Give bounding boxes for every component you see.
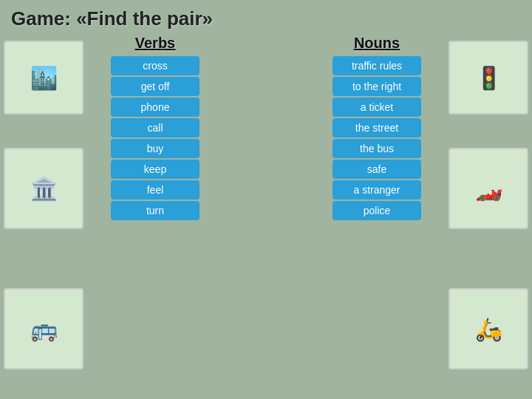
verb-keep[interactable]: keep [111, 160, 200, 179]
svg-line-2 [214, 101, 318, 234]
noun-the-bus[interactable]: the bus [332, 139, 421, 158]
main-container: Game: «Find the pair» Verbs cross get of… [0, 0, 532, 399]
page-title: Game: «Find the pair» [11, 7, 521, 30]
verb-phone[interactable]: phone [111, 98, 200, 117]
nouns-column: Nouns traffic rules to the right a ticke… [318, 35, 436, 220]
verb-get-off[interactable]: get off [111, 77, 200, 96]
verbs-header: Verbs [135, 35, 175, 52]
noun-to-the-right[interactable]: to the right [332, 77, 421, 96]
verbs-column: Verbs cross get off phone call buy keep … [96, 35, 214, 220]
noun-the-street[interactable]: the street [332, 118, 421, 137]
nouns-header: Nouns [354, 35, 400, 52]
noun-a-stranger[interactable]: a stranger [332, 180, 421, 200]
noun-traffic-rules[interactable]: traffic rules [332, 56, 421, 75]
noun-police[interactable]: police [332, 201, 421, 220]
verb-feel[interactable]: feel [111, 180, 200, 200]
columns-wrapper: Verbs cross get off phone call buy keep … [11, 35, 521, 220]
verb-turn[interactable]: turn [111, 201, 200, 220]
verb-call[interactable]: call [111, 118, 200, 137]
verb-cross[interactable]: cross [111, 56, 200, 75]
verb-buy[interactable]: buy [111, 139, 200, 158]
noun-a-ticket[interactable]: a ticket [332, 98, 421, 117]
svg-line-5 [214, 190, 318, 234]
svg-line-4 [214, 101, 318, 190]
noun-safe[interactable]: safe [332, 160, 421, 179]
